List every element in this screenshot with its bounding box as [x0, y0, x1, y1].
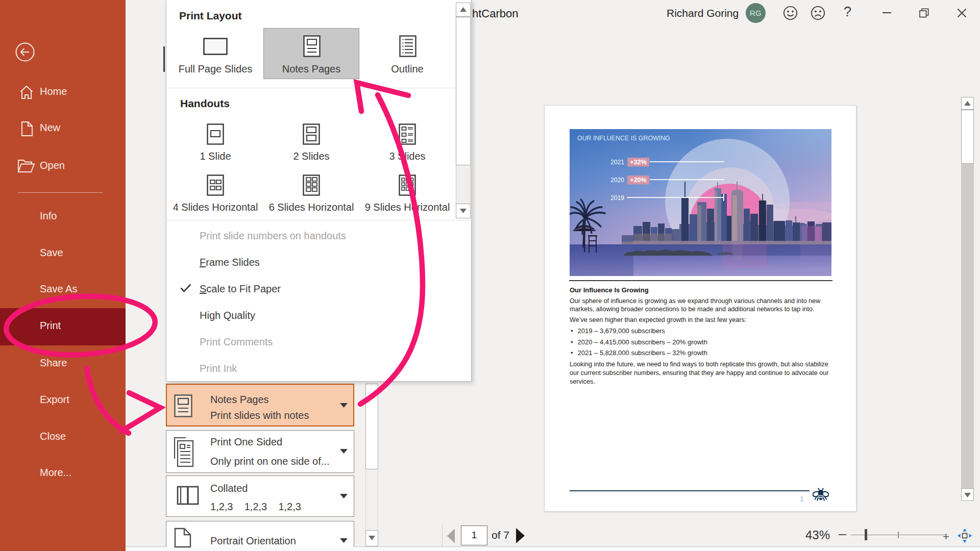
svg-text:OUR INFLUENCE IS GROWING: OUR INFLUENCE IS GROWING — [577, 135, 670, 142]
svg-text:2021: 2021 — [610, 159, 624, 166]
svg-text:+32%: +32% — [630, 159, 646, 166]
svg-text:2020: 2020 — [610, 177, 624, 184]
svg-text:+20%: +20% — [630, 177, 646, 184]
svg-text:2019: 2019 — [610, 194, 624, 202]
